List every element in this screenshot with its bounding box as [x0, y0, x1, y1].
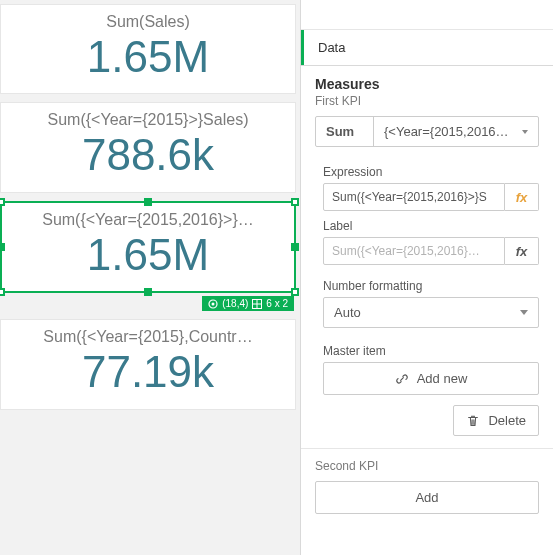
kpi-card-selected[interactable]: Sum({<Year={2015,2016}>}… 1.65M (18,4) 6…	[0, 201, 296, 293]
kpi-label: Sum({<Year={2015}>}Sales)	[9, 111, 287, 129]
selection-badge: (18,4) 6 x 2	[202, 296, 294, 311]
kpi-value: 1.65M	[9, 33, 287, 81]
svg-point-1	[212, 302, 215, 305]
label-expression-button[interactable]: fx	[505, 237, 539, 265]
kpi-label: Sum({<Year={2015,2016}>}…	[10, 211, 286, 229]
add-new-label: Add new	[417, 371, 468, 386]
size-text: 6 x 2	[266, 298, 288, 309]
label-input[interactable]: Sum({<Year={2015,2016}…	[323, 237, 505, 265]
first-kpi-label: First KPI	[315, 94, 539, 108]
expression-input[interactable]: Sum({<Year={2015,2016}>}S	[323, 183, 505, 211]
chevron-down-icon	[520, 310, 528, 315]
fx-icon: fx	[516, 190, 528, 205]
number-formatting-label: Number formatting	[323, 279, 539, 293]
kpi-value: 1.65M	[10, 231, 286, 279]
field-cell: {<Year={2015,2016…	[374, 117, 538, 146]
target-icon	[208, 299, 218, 309]
measures-section: Measures First KPI Sum {<Year={2015,2016…	[301, 66, 553, 157]
kpi-card[interactable]: Sum({<Year={2015},Countr… 77.19k	[0, 319, 296, 409]
resize-handle[interactable]	[291, 198, 299, 206]
kpi-label: Sum({<Year={2015},Countr…	[9, 328, 287, 346]
kpi-value: 77.19k	[9, 348, 287, 396]
resize-handle[interactable]	[291, 288, 299, 296]
fx-icon: fx	[516, 244, 528, 259]
trash-icon	[466, 414, 480, 428]
chevron-down-icon	[522, 130, 528, 134]
grid-icon	[252, 299, 262, 309]
link-icon	[395, 372, 409, 386]
kpi-label: Sum(Sales)	[9, 13, 287, 31]
resize-handle[interactable]	[144, 288, 152, 296]
add-new-button[interactable]: Add new	[323, 362, 539, 395]
measures-title: Measures	[315, 76, 539, 92]
tab-data[interactable]: Data	[301, 30, 359, 65]
resize-handle[interactable]	[0, 198, 5, 206]
aggregation-cell: Sum	[316, 117, 374, 146]
kpi-card[interactable]: Sum(Sales) 1.65M	[0, 4, 296, 94]
number-formatting-value: Auto	[334, 305, 361, 320]
master-item-label: Master item	[323, 344, 539, 358]
resize-handle[interactable]	[144, 198, 152, 206]
delete-label: Delete	[488, 413, 526, 428]
kpi-card[interactable]: Sum({<Year={2015}>}Sales) 788.6k	[0, 102, 296, 192]
kpi-value: 788.6k	[9, 131, 287, 179]
expression-label: Expression	[323, 165, 539, 179]
second-kpi-label: Second KPI	[315, 459, 539, 473]
add-label: Add	[415, 490, 438, 505]
measure-summary-row[interactable]: Sum {<Year={2015,2016…	[315, 116, 539, 147]
field-text: {<Year={2015,2016…	[384, 124, 509, 139]
tab-row: Data	[301, 30, 553, 66]
number-formatting-select[interactable]: Auto	[323, 297, 539, 328]
properties-panel: Data Measures First KPI Sum {<Year={2015…	[300, 0, 553, 555]
expression-editor-button[interactable]: fx	[505, 183, 539, 211]
resize-handle[interactable]	[0, 243, 5, 251]
measure-details: Expression Sum({<Year={2015,2016}>}S fx …	[301, 157, 553, 449]
resize-handle[interactable]	[291, 243, 299, 251]
position-text: (18,4)	[222, 298, 248, 309]
resize-handle[interactable]	[0, 288, 5, 296]
delete-button[interactable]: Delete	[453, 405, 539, 436]
canvas-area: Sum(Sales) 1.65M Sum({<Year={2015}>}Sale…	[0, 0, 300, 555]
add-button[interactable]: Add	[315, 481, 539, 514]
label-label: Label	[323, 219, 539, 233]
panel-header	[301, 0, 553, 30]
second-kpi-section: Second KPI Add	[301, 449, 553, 528]
